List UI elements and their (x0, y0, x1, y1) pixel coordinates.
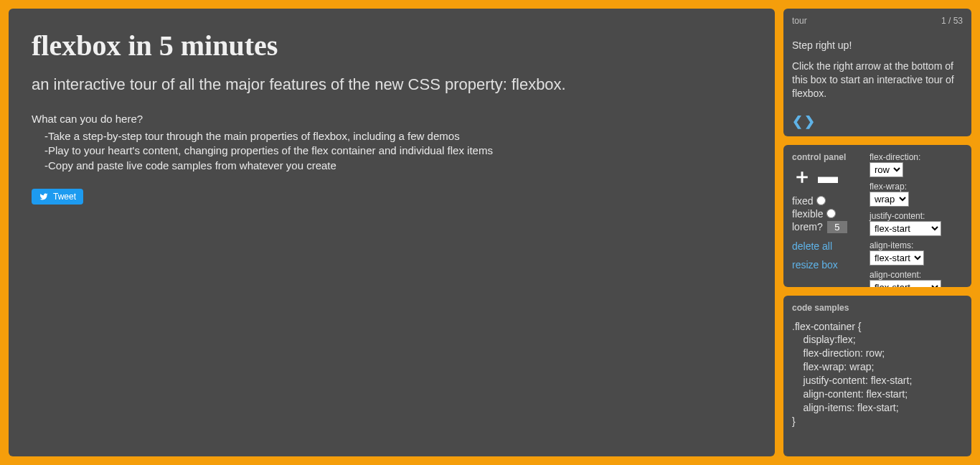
fixed-radio[interactable] (816, 196, 826, 205)
tour-line2: Click the right arrow at the bottom of t… (792, 60, 963, 100)
twitter-icon (39, 192, 49, 201)
flex-direction-label: flex-direction: (870, 152, 963, 162)
tour-line1: Step right up! (792, 39, 963, 52)
align-items-select[interactable]: flex-start (870, 250, 924, 266)
justify-content-label: justify-content: (870, 211, 963, 221)
bullet-item: -Play to your heart's content, changing … (44, 144, 752, 158)
align-content-select[interactable]: flex-start (870, 280, 941, 287)
lorem-input[interactable] (827, 221, 847, 233)
lorem-label: lorem? (792, 221, 823, 232)
page-title: flexbox in 5 minutes (32, 29, 752, 62)
add-item-button[interactable]: ＋ (792, 166, 812, 187)
delete-all-link[interactable]: delete all (792, 240, 864, 252)
justify-content-select[interactable]: flex-start (870, 221, 941, 236)
tour-prev-arrow[interactable]: ❮ (792, 113, 803, 129)
flex-wrap-label: flex-wrap: (870, 182, 963, 192)
flexible-label: flexible (792, 208, 824, 220)
control-panel: control panel ＋ ▬ fixed flexible lorem? (783, 145, 971, 287)
bullet-item: -Take a step-by-step tour through the ma… (44, 129, 752, 144)
flex-wrap-select[interactable]: wrap (870, 192, 909, 207)
tour-next-arrow[interactable]: ❯ (804, 113, 815, 129)
remove-item-button[interactable]: ▬ (818, 166, 838, 187)
code-sample[interactable]: .flex-container { display:flex; flex-dir… (792, 320, 963, 428)
tour-step-counter: 1 / 53 (941, 16, 963, 26)
main-content: flexbox in 5 minutes an interactive tour… (9, 9, 775, 456)
page-subtitle: an interactive tour of all the major fea… (32, 75, 752, 94)
fixed-label: fixed (792, 195, 814, 207)
tour-panel: tour 1 / 53 Step right up! Click the rig… (783, 9, 971, 136)
resize-box-link[interactable]: resize box (792, 259, 864, 271)
flex-direction-select[interactable]: row (870, 162, 903, 177)
control-panel-header: control panel (792, 152, 864, 162)
code-samples-header: code samples (792, 303, 963, 313)
tweet-label: Tweet (53, 192, 76, 202)
intro-question: What can you do here? (32, 113, 752, 125)
bullet-item: -Copy and paste live code samples from w… (44, 159, 752, 173)
align-items-label: align-items: (870, 240, 963, 250)
tweet-button[interactable]: Tweet (32, 189, 83, 205)
tour-header: tour (792, 16, 807, 26)
code-samples-panel: code samples .flex-container { display:f… (783, 296, 971, 456)
align-content-label: align-content: (870, 270, 963, 280)
intro-bullets: -Take a step-by-step tour through the ma… (32, 129, 752, 173)
flexible-radio[interactable] (826, 209, 836, 218)
